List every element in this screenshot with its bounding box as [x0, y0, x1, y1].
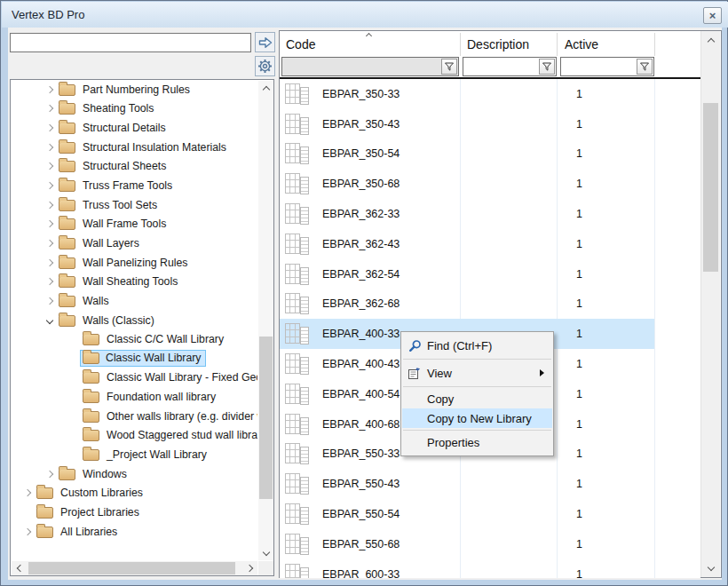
filter-button[interactable]	[441, 59, 457, 75]
table-vertical-scrollbar[interactable]	[700, 31, 720, 577]
chevron-right-icon[interactable]	[41, 298, 59, 304]
folder-icon	[59, 257, 75, 269]
table-row[interactable]: EBPAR_362-431	[280, 229, 700, 259]
column-divider[interactable]	[557, 33, 558, 56]
tree-scroll-thumb[interactable]	[259, 337, 273, 499]
tree-item-classic-wall-library[interactable]: Classic Wall Library	[12, 349, 257, 368]
table-row[interactable]: EBPAR_550-681	[280, 529, 700, 559]
title-bar[interactable]: Vertex BD Pro ×	[2, 2, 728, 28]
chevron-right-icon[interactable]	[41, 125, 59, 131]
filter-button[interactable]	[539, 59, 555, 75]
column-header-code[interactable]: Code	[286, 37, 315, 51]
chevron-right-icon[interactable]	[41, 241, 59, 246]
tree-items: Part Numbering Rules Sheating Tools Stru…	[12, 80, 257, 560]
menu-item-copy[interactable]: Copy	[402, 389, 552, 408]
filter-cell-description[interactable]	[463, 57, 557, 76]
tree-item-truss-frame-tools[interactable]: Truss Frame Tools	[12, 176, 257, 195]
menu-item-copy-to-new-library[interactable]: Copy to New Library	[402, 408, 552, 428]
table-scroll-thumb[interactable]	[703, 103, 718, 272]
tree-item-wall-sheating-tools[interactable]: Wall Sheating Tools	[12, 272, 257, 291]
filter-cell-active[interactable]	[560, 57, 654, 76]
funnel-icon	[639, 61, 650, 72]
chevron-right-icon[interactable]	[41, 260, 59, 265]
tree-item-sheating-tools[interactable]: Sheating Tools	[12, 99, 257, 119]
table-row[interactable]: EBPAR_362-681	[280, 289, 700, 320]
search-go-button[interactable]	[255, 32, 275, 52]
column-header-active[interactable]: Active	[565, 37, 598, 51]
selected-tree-item-highlight: Classic Wall Library	[80, 350, 206, 367]
chevron-right-icon[interactable]	[41, 183, 59, 188]
chevron-right-icon[interactable]	[41, 221, 59, 226]
chevron-right-icon[interactable]	[41, 145, 59, 150]
tree-item-structural-insulation-materials[interactable]: Structural Insulation Materials	[12, 138, 257, 157]
tree-item-all-libraries[interactable]: All Libraries	[12, 522, 257, 542]
view-icon	[406, 367, 423, 380]
table-row[interactable]: EBPAR_600-331	[280, 559, 700, 578]
tree-horizontal-scrollbar[interactable]	[12, 561, 257, 575]
tree-item-foundation-wall-library[interactable]: Foundation wall library	[12, 387, 257, 407]
tree-item-part-numbering-rules[interactable]: Part Numbering Rules	[12, 80, 257, 99]
scroll-down-icon[interactable]	[703, 560, 718, 575]
tree-item-classic-wall-library-fixed-geom[interactable]: Classic Wall Library - Fixed Geom	[12, 368, 257, 388]
chevron-right-icon[interactable]	[41, 163, 59, 169]
tree-item-wood-staggered-stud-wall-library[interactable]: Wood Staggered stud wall library	[12, 426, 257, 446]
column-divider[interactable]	[654, 33, 655, 56]
table-row[interactable]: EBPAR_550-541	[280, 499, 700, 529]
table-row[interactable]: EBPAR_362-541	[280, 259, 700, 289]
parameter-table-icon	[284, 352, 311, 376]
folder-icon	[59, 218, 75, 230]
settings-button[interactable]	[255, 56, 275, 76]
tree-item-project-wall-library[interactable]: _Project Wall Library	[12, 445, 257, 464]
tree-item-wall-layers[interactable]: Wall Layers	[12, 234, 257, 253]
menu-item-properties[interactable]: Properties	[402, 432, 552, 452]
folder-icon	[59, 276, 75, 288]
tree-item-wall-panelizing-rules[interactable]: Wall Panelizing Rules	[12, 253, 257, 273]
search-icon	[406, 339, 423, 352]
search-input[interactable]	[10, 33, 251, 52]
table-row[interactable]: EBPAR_550-431	[280, 469, 700, 499]
table-row[interactable]: EBPAR_362-331	[280, 199, 700, 229]
scroll-up-icon[interactable]	[703, 33, 718, 48]
folder-icon	[59, 200, 75, 211]
table-row[interactable]: EBPAR_350-541	[280, 139, 700, 170]
tree-item-structural-sheets[interactable]: Structural Sheets	[12, 157, 257, 177]
tree-vertical-scrollbar[interactable]	[258, 81, 273, 560]
chevron-right-icon[interactable]	[19, 490, 36, 495]
folder-icon	[59, 123, 75, 134]
tree-item-custom-libraries[interactable]: Custom Libraries	[12, 483, 257, 503]
tree-item-truss-tool-sets[interactable]: Truss Tool Sets	[12, 195, 257, 215]
menu-item-find[interactable]: Find (Ctrl+F)	[402, 334, 552, 357]
close-button[interactable]: ×	[703, 7, 722, 24]
column-header-description[interactable]: Description	[467, 37, 529, 51]
window: Vertex BD Pro ×	[0, 0, 728, 586]
chevron-right-icon[interactable]	[19, 529, 36, 535]
tree-item-walls[interactable]: Walls	[12, 291, 257, 311]
scroll-right-icon[interactable]	[242, 561, 257, 575]
tree-hscroll-thumb[interactable]	[28, 562, 235, 574]
table-row[interactable]: EBPAR_350-681	[280, 169, 700, 199]
chevron-right-icon[interactable]	[41, 106, 59, 111]
filter-cell-code[interactable]	[281, 57, 459, 76]
tree-item-project-libraries[interactable]: Project Libraries	[12, 503, 257, 522]
chevron-down-icon[interactable]	[41, 318, 59, 323]
tree-item-windows[interactable]: Windows	[12, 464, 257, 484]
chevron-right-icon[interactable]	[41, 471, 59, 477]
scroll-down-icon[interactable]	[258, 545, 273, 560]
menu-item-view[interactable]: View	[402, 361, 552, 384]
scroll-left-icon[interactable]	[12, 561, 27, 575]
chevron-right-icon[interactable]	[41, 87, 59, 92]
tree-item-walls-classic[interactable]: Walls (Classic)	[12, 311, 257, 330]
filter-row	[280, 56, 700, 77]
tree-item-wall-frame-tools[interactable]: Wall Frame Tools	[12, 214, 257, 234]
table-row[interactable]: EBPAR_350-331	[280, 79, 700, 109]
tree-item-structural-details[interactable]: Structural Details	[12, 118, 257, 138]
table-row[interactable]: EBPAR_350-431	[280, 109, 700, 139]
column-divider[interactable]	[460, 33, 461, 56]
tree-item-classic-cc-wall-library[interactable]: Classic C/C Wall Library	[12, 329, 257, 349]
filter-button[interactable]	[637, 59, 653, 75]
tree-item-other-walls-library[interactable]: Other walls library (e.g. divider wa	[12, 407, 257, 426]
chevron-right-icon[interactable]	[41, 279, 59, 284]
sort-ascending-icon	[367, 34, 371, 38]
chevron-right-icon[interactable]	[41, 202, 59, 208]
scroll-up-icon[interactable]	[258, 81, 273, 96]
